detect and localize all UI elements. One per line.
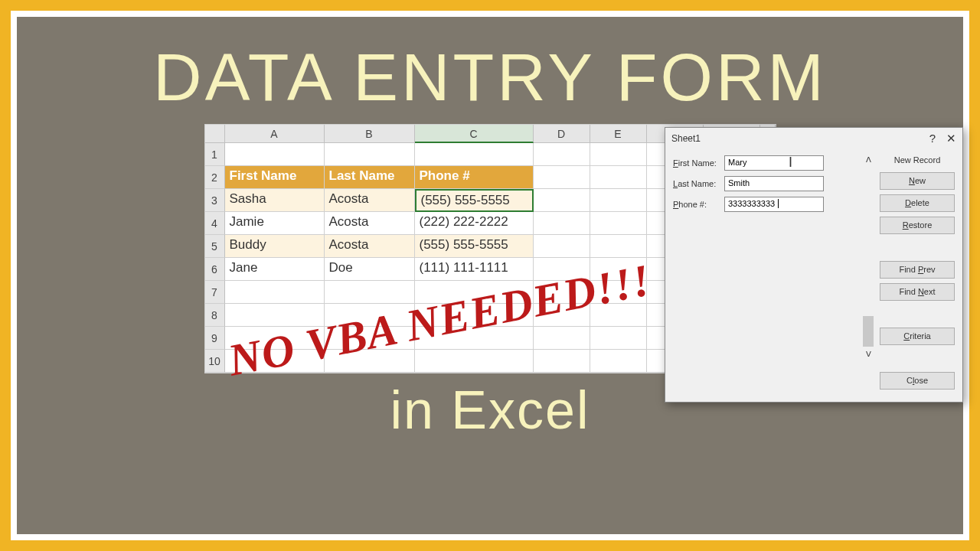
cell-d5[interactable] — [534, 235, 590, 258]
cell-a7[interactable] — [225, 281, 325, 304]
inner-frame: DATA ENTRY FORM A B C D E F G H 1 2 Firs… — [17, 17, 963, 534]
scroll-thumb[interactable] — [863, 316, 874, 347]
cell-c5[interactable]: (555) 555-5555 — [415, 235, 534, 258]
label-first-name: First Name: — [673, 158, 724, 168]
cell-b5[interactable]: Acosta — [325, 235, 415, 258]
cell-e3[interactable] — [590, 189, 647, 212]
cell-d4[interactable] — [534, 212, 590, 235]
cell-a1[interactable] — [225, 143, 325, 166]
row-header-10[interactable]: 10 — [205, 350, 225, 373]
input-last-name[interactable]: Smith — [724, 176, 824, 191]
text-cursor-icon: I — [789, 155, 792, 171]
cell-e9[interactable] — [590, 327, 647, 350]
close-icon[interactable]: ✕ — [946, 132, 956, 145]
row-header-9[interactable]: 9 — [205, 327, 225, 350]
row-header-7[interactable]: 7 — [205, 281, 225, 304]
cell-e1[interactable] — [590, 143, 647, 166]
help-icon[interactable]: ? — [929, 132, 936, 145]
row-header-2[interactable]: 2 — [205, 166, 225, 189]
cell-c10[interactable] — [415, 350, 534, 373]
cell-d10[interactable] — [534, 350, 590, 373]
cell-c6[interactable]: (111) 111-1111 — [415, 258, 534, 281]
cell-a6[interactable]: Jane — [225, 258, 325, 281]
dialog-titlebar[interactable]: Sheet1 ? ✕ — [665, 128, 962, 149]
dialog-body: First Name: MaryI Last Name: Smith Phone… — [665, 149, 962, 396]
dialog-button-column: New Record New Delete Restore Find Prev … — [880, 155, 955, 390]
cell-b3[interactable]: Acosta — [325, 189, 415, 212]
data-form-dialog: Sheet1 ? ✕ First Name: MaryI Last Name: … — [665, 127, 963, 403]
input-phone[interactable]: 3333333333 — [724, 197, 824, 212]
form-scrollbar[interactable]: ᐱ ᐯ — [861, 155, 875, 362]
cell-e2[interactable] — [590, 166, 647, 189]
cell-d2[interactable] — [534, 166, 590, 189]
row-header-3[interactable]: 3 — [205, 189, 225, 212]
row-header-5[interactable]: 5 — [205, 235, 225, 258]
col-header-c[interactable]: C — [415, 125, 534, 143]
cell-d9[interactable] — [534, 327, 590, 350]
cell-b6[interactable]: Doe — [325, 258, 415, 281]
input-first-name[interactable]: MaryI — [724, 155, 824, 171]
cell-c4[interactable]: (222) 222-2222 — [415, 212, 534, 235]
col-header-a[interactable]: A — [225, 125, 325, 143]
col-header-d[interactable]: D — [534, 125, 590, 143]
delete-button[interactable]: Delete — [880, 194, 955, 212]
cell-e10[interactable] — [590, 350, 647, 373]
cell-e4[interactable] — [590, 212, 647, 235]
col-header-e[interactable]: E — [590, 125, 647, 143]
cell-a5[interactable]: Buddy — [225, 235, 325, 258]
cell-c1[interactable] — [415, 143, 534, 166]
cell-c3-selected[interactable]: (555) 555-5555 — [415, 189, 534, 212]
criteria-button[interactable]: Criteria — [880, 328, 955, 345]
outer-frame: DATA ENTRY FORM A B C D E F G H 1 2 Firs… — [11, 11, 969, 540]
header-phone[interactable]: Phone # — [415, 166, 534, 189]
form-fields: First Name: MaryI Last Name: Smith Phone… — [673, 155, 857, 390]
scroll-up-icon[interactable]: ᐱ — [862, 155, 874, 168]
label-last-name: Last Name: — [673, 179, 724, 188]
cell-a3[interactable]: Sasha — [225, 189, 325, 212]
cell-d1[interactable] — [534, 143, 590, 166]
label-phone: Phone #: — [673, 200, 724, 209]
close-button[interactable]: Close — [880, 372, 955, 390]
header-last-name[interactable]: Last Name — [325, 166, 415, 189]
row-header-6[interactable]: 6 — [205, 258, 225, 281]
find-next-button[interactable]: Find Next — [880, 283, 955, 301]
cell-b1[interactable] — [325, 143, 415, 166]
select-all-corner[interactable] — [205, 125, 225, 143]
col-header-b[interactable]: B — [325, 125, 415, 143]
restore-button[interactable]: Restore — [880, 217, 955, 234]
cell-d3[interactable] — [534, 189, 590, 212]
row-header-4[interactable]: 4 — [205, 212, 225, 235]
row-header-8[interactable]: 8 — [205, 304, 225, 327]
row-header-1[interactable]: 1 — [205, 143, 225, 166]
header-first-name[interactable]: First Name — [225, 166, 325, 189]
find-prev-button[interactable]: Find Prev — [880, 261, 955, 279]
new-button[interactable]: New — [880, 172, 955, 190]
scroll-down-icon[interactable]: ᐯ — [862, 350, 874, 362]
dialog-title: Sheet1 — [671, 133, 701, 144]
page-title-top: DATA ENTRY FORM — [17, 17, 963, 116]
record-status: New Record — [880, 155, 955, 165]
cell-b4[interactable]: Acosta — [325, 212, 415, 235]
cell-a4[interactable]: Jamie — [225, 212, 325, 235]
